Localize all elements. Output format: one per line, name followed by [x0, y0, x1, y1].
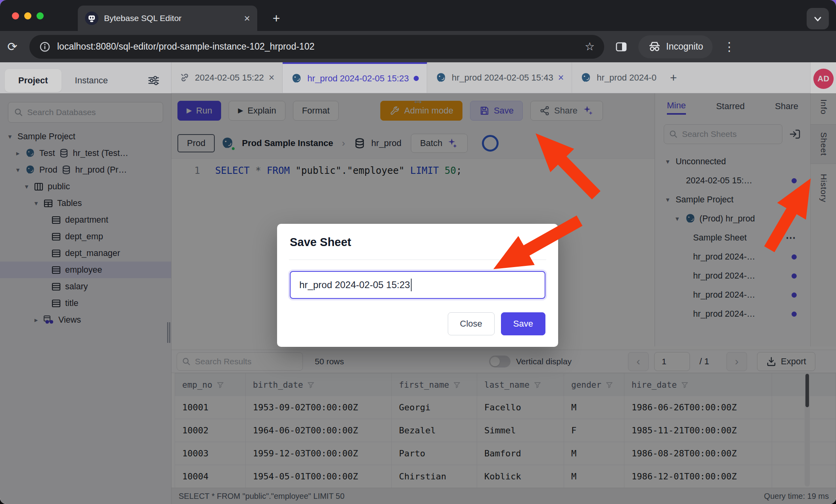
address-bar[interactable]: localhost:8080/sql-editor/prod-sample-in…: [29, 35, 604, 59]
site-info-icon[interactable]: [39, 41, 51, 53]
dialog-save-button[interactable]: Save: [501, 312, 545, 335]
browser-menu-icon[interactable]: ⋮: [721, 40, 737, 54]
macos-traffic-lights: [12, 12, 44, 19]
text-cursor: [411, 279, 412, 291]
chevron-down-icon: [813, 13, 823, 24]
url-text: localhost:8080/sql-editor/prod-sample-in…: [57, 41, 578, 52]
browser-tab[interactable]: Bytebase SQL Editor ×: [78, 6, 257, 31]
reload-button[interactable]: ⟳: [0, 40, 25, 54]
tab-overview-button[interactable]: [807, 8, 829, 29]
dialog-close-icon[interactable]: ×: [537, 236, 545, 249]
incognito-label: Incognito: [666, 41, 703, 52]
side-panel-button[interactable]: [614, 40, 628, 54]
browser-tab-title: Bytebase SQL Editor: [104, 13, 239, 23]
sheet-name-input[interactable]: hr_prod 2024-02-05 15:23: [290, 271, 545, 299]
minimize-window-button[interactable]: [24, 12, 31, 19]
browser-tabstrip: Bytebase SQL Editor × +: [0, 0, 836, 31]
dialog-title: Save Sheet: [290, 236, 351, 249]
browser-navbar: ← → ⟳ localhost:8080/sql-editor/prod-sam…: [0, 31, 836, 62]
side-panel-icon: [614, 40, 628, 54]
new-tab-button[interactable]: +: [267, 9, 286, 28]
close-window-button[interactable]: [12, 12, 19, 19]
dialog-divider: [289, 260, 546, 260]
save-sheet-dialog: Save Sheet × hr_prod 2024-02-05 15:23 Cl…: [277, 224, 558, 347]
incognito-badge: Incognito: [638, 35, 713, 58]
browser-tab-close-icon[interactable]: ×: [244, 13, 250, 23]
bookmark-star-icon[interactable]: ☆: [585, 40, 595, 53]
dialog-close-button[interactable]: Close: [448, 312, 495, 335]
incognito-icon: [648, 40, 661, 54]
sheet-name-value: hr_prod 2024-02-05 15:23: [299, 279, 410, 290]
browser-window: Bytebase SQL Editor × + ← → ⟳ localhost:…: [0, 0, 836, 504]
zoom-window-button[interactable]: [37, 12, 44, 19]
bytebase-favicon-icon: [85, 12, 98, 25]
